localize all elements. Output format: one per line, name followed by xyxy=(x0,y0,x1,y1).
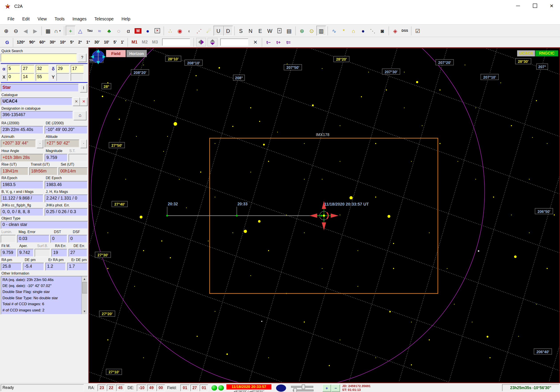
planets-icon[interactable]: ⋰ xyxy=(194,26,204,36)
menu-tools[interactable]: Tools xyxy=(51,15,68,23)
ra-seconds-input[interactable]: 32 xyxy=(36,65,49,73)
minimize-button[interactable] xyxy=(510,0,527,11)
sun-icon[interactable]: ◉ xyxy=(175,26,185,36)
x1-input[interactable]: 0 xyxy=(7,73,20,81)
menu-help[interactable]: Help xyxy=(118,15,134,23)
menu-telescope[interactable]: Telescope xyxy=(90,15,118,23)
dss-icon[interactable]: DSS xyxy=(400,26,410,36)
ra-hours-input[interactable]: 5 xyxy=(7,65,20,73)
fov-button-60deg[interactable]: 60° xyxy=(37,39,48,45)
marker-button-m1[interactable]: M1 xyxy=(130,39,140,46)
time-slider-handle[interactable] xyxy=(302,384,305,389)
tab-horizon[interactable]: Horizon xyxy=(126,50,147,57)
star-names-icon[interactable]: Tau xyxy=(85,26,95,36)
telescope-panel-icon[interactable]: ☑ xyxy=(413,26,422,36)
comet-icon[interactable]: ☄ xyxy=(204,26,213,36)
close-button[interactable]: ✕ xyxy=(543,0,560,11)
time-step-button-now[interactable]: t= xyxy=(284,39,294,46)
camera-icon[interactable]: ◙ xyxy=(378,26,387,36)
other-info-scrollbar[interactable]: ▲ ▼ xyxy=(81,276,87,314)
time-step-button-minus[interactable]: t− xyxy=(264,39,274,46)
quick-search-input[interactable] xyxy=(1,53,77,62)
y2-input[interactable] xyxy=(71,73,83,81)
greek-labels-icon[interactable]: α xyxy=(124,26,133,36)
goto-button[interactable]: G xyxy=(3,39,11,46)
north-icon[interactable]: N xyxy=(246,26,255,36)
scroll-down-icon[interactable]: ▼ xyxy=(82,309,87,314)
menu-file[interactable]: File xyxy=(4,15,18,23)
fov-button-10min[interactable]: 10' xyxy=(102,39,111,45)
catalogue-close-button[interactable]: ✕ xyxy=(80,98,88,106)
marker-button-m2[interactable]: M2 xyxy=(140,39,150,46)
menu-edit[interactable]: Edit xyxy=(19,15,34,23)
scroll-thumb[interactable] xyxy=(82,282,88,294)
forward-icon[interactable]: ▶ xyxy=(30,26,40,36)
sky-map[interactable]: IMX17820:3220:3311/18/2020 20:33:57 UT20… xyxy=(89,48,560,383)
x3-input[interactable]: 55 xyxy=(36,73,49,81)
object-panel-icon[interactable]: ▥ xyxy=(316,26,326,36)
azimuth-adjust-button[interactable]: . xyxy=(37,140,43,148)
menu-view[interactable]: View xyxy=(33,15,51,23)
moon-icon[interactable]: ◐ xyxy=(185,26,194,36)
fov-button-90deg[interactable]: 90° xyxy=(27,39,37,45)
maximize-button[interactable] xyxy=(527,0,543,11)
de-minutes-input[interactable]: 17 xyxy=(71,65,83,73)
milky-way-icon[interactable]: ≈ xyxy=(95,26,104,36)
ut-label-icon[interactable]: U xyxy=(214,26,223,36)
fov-circle-icon[interactable]: ◌ xyxy=(114,26,123,36)
catalog-badge-rngcic[interactable]: RNGCIC xyxy=(535,50,558,56)
zoom-out-icon[interactable]: ⊖ xyxy=(11,26,21,36)
star-cluster-icon[interactable]: ∴ xyxy=(165,26,175,36)
de-degrees-input[interactable]: 29 xyxy=(56,65,69,73)
fov-button-30min[interactable]: 30' xyxy=(92,39,102,45)
time-minus-button[interactable]: − xyxy=(331,384,340,392)
object-search-input-2[interactable] xyxy=(220,39,248,46)
pan-icon[interactable]: + xyxy=(275,26,284,36)
other-info-box[interactable]: RA (eq. date): 23h 23m 50.46sDE (eq. dat… xyxy=(1,276,88,314)
date-label-icon[interactable]: D xyxy=(223,26,233,36)
horizon-box-icon[interactable]: ▤ xyxy=(284,26,294,36)
back-icon[interactable]: ◀ xyxy=(21,26,30,36)
y1-input[interactable] xyxy=(56,73,69,81)
scroll-up-icon[interactable]: ▲ xyxy=(82,276,87,282)
fov-button-30deg[interactable]: 30° xyxy=(48,39,58,45)
earth-map-icon[interactable]: ⊕ xyxy=(297,26,307,36)
fov-button-1min[interactable]: 1' xyxy=(119,39,126,45)
night-mode-ellipse-icon[interactable] xyxy=(276,384,286,392)
dome-view-icon[interactable]: ∩▼ xyxy=(53,26,62,36)
ra-minutes-input[interactable]: 27 xyxy=(21,65,34,73)
reticle-frame-icon[interactable]: ◈ xyxy=(390,26,400,36)
chevron-down-icon[interactable]: ▼ xyxy=(59,29,61,32)
menu-images[interactable]: Images xyxy=(69,15,90,23)
flip-vertical-button[interactable] xyxy=(208,38,218,46)
fov-button-120deg[interactable]: 120° xyxy=(15,39,27,45)
landscape-icon[interactable]: ♣ xyxy=(104,26,114,36)
clock-icon[interactable]: ⊙ xyxy=(307,26,316,36)
info-button[interactable]: I xyxy=(80,84,87,93)
catalogue-prev-button[interactable]: ✕ xyxy=(73,98,80,106)
fov-button-5deg[interactable]: 5° xyxy=(68,39,76,45)
observatory-icon[interactable]: ⌂ xyxy=(349,26,358,36)
nebula-outline-icon[interactable]: ✕ xyxy=(152,26,162,36)
flip-horizontal-button[interactable] xyxy=(196,38,206,46)
dark-ellipse-icon[interactable]: ● xyxy=(358,26,368,36)
constellation-lines-icon[interactable]: △ xyxy=(75,26,85,36)
south-icon[interactable]: S xyxy=(236,26,246,36)
messier-icon[interactable]: M xyxy=(133,26,143,36)
marker-button-m3[interactable]: M3 xyxy=(150,39,160,46)
east-icon[interactable]: E xyxy=(255,26,265,36)
tab-field[interactable]: Field xyxy=(106,50,126,57)
fov-button-5min[interactable]: 5' xyxy=(111,39,119,45)
zoom-in-icon[interactable]: ⊕ xyxy=(1,26,11,36)
slew-telescope-button[interactable]: ⌂ xyxy=(73,111,86,120)
west-icon[interactable]: W xyxy=(265,26,274,36)
time-step-button-plus[interactable]: t+ xyxy=(274,39,284,46)
field-center-icon[interactable]: + xyxy=(66,26,75,36)
clear-search-button[interactable]: ✕ xyxy=(250,39,260,45)
fov-button-1deg[interactable]: 1° xyxy=(84,39,92,45)
time-plus-button[interactable]: + xyxy=(322,384,331,392)
grid-icon[interactable]: ▦ xyxy=(43,26,53,36)
sun-options-icon[interactable]: * xyxy=(339,26,348,36)
object-search-input-1[interactable] xyxy=(162,39,190,46)
help-button[interactable]: ? xyxy=(78,53,87,62)
